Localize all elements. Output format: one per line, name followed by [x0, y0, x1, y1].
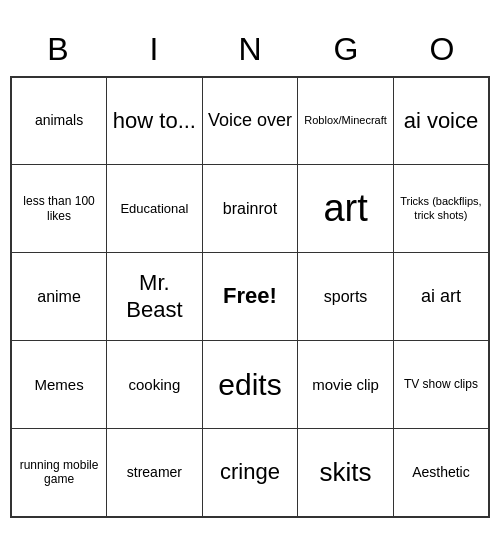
list-item[interactable]: Voice over	[202, 77, 298, 165]
table-row: anime Mr. Beast Free! sports ai art	[11, 253, 489, 341]
list-item[interactable]: movie clip	[298, 341, 394, 429]
list-item[interactable]: how to...	[107, 77, 203, 165]
bingo-card: B I N G O animals how to... Voice over R…	[10, 27, 490, 518]
list-item[interactable]: streamer	[107, 429, 203, 517]
list-item[interactable]: brainrot	[202, 165, 298, 253]
list-item[interactable]: running mobile game	[11, 429, 107, 517]
header-o: O	[396, 31, 488, 68]
list-item[interactable]: Roblox/Minecraft	[298, 77, 394, 165]
list-item[interactable]: sports	[298, 253, 394, 341]
list-item[interactable]: less than 100 likes	[11, 165, 107, 253]
table-row: Memes cooking edits movie clip TV show c…	[11, 341, 489, 429]
table-row: animals how to... Voice over Roblox/Mine…	[11, 77, 489, 165]
list-item[interactable]: Free!	[202, 253, 298, 341]
list-item[interactable]: skits	[298, 429, 394, 517]
list-item[interactable]: cooking	[107, 341, 203, 429]
list-item[interactable]: ai voice	[393, 77, 489, 165]
table-row: less than 100 likes Educational brainrot…	[11, 165, 489, 253]
list-item[interactable]: cringe	[202, 429, 298, 517]
header-n: N	[204, 31, 296, 68]
list-item[interactable]: animals	[11, 77, 107, 165]
list-item[interactable]: edits	[202, 341, 298, 429]
bingo-header: B I N G O	[10, 27, 490, 76]
list-item[interactable]: anime	[11, 253, 107, 341]
header-b: B	[12, 31, 104, 68]
list-item[interactable]: Tricks (backflips, trick shots)	[393, 165, 489, 253]
header-i: I	[108, 31, 200, 68]
list-item[interactable]: TV show clips	[393, 341, 489, 429]
list-item[interactable]: art	[298, 165, 394, 253]
header-g: G	[300, 31, 392, 68]
list-item[interactable]: Memes	[11, 341, 107, 429]
list-item[interactable]: Aesthetic	[393, 429, 489, 517]
table-row: running mobile game streamer cringe skit…	[11, 429, 489, 517]
list-item[interactable]: ai art	[393, 253, 489, 341]
list-item[interactable]: Educational	[107, 165, 203, 253]
list-item[interactable]: Mr. Beast	[107, 253, 203, 341]
bingo-grid: animals how to... Voice over Roblox/Mine…	[10, 76, 490, 518]
